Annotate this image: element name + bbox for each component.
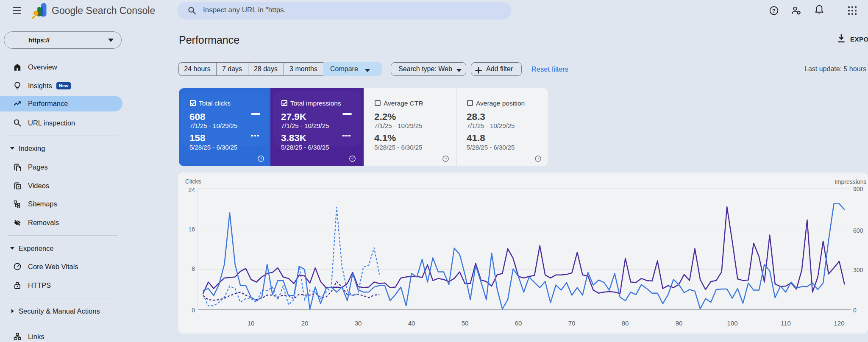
svg-text:?: ? [537,156,539,161]
svg-text:?: ? [772,8,776,14]
svg-text:?: ? [260,156,262,161]
svg-text:?: ? [351,156,353,161]
svg-text:?: ? [445,156,447,161]
